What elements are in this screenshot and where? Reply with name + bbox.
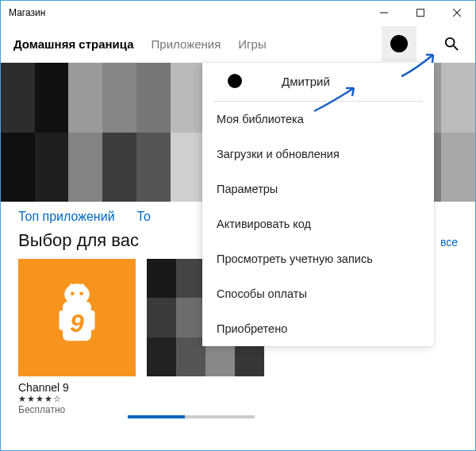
section-tab-partial[interactable]: То	[137, 210, 151, 224]
tab-games[interactable]: Игры	[238, 37, 266, 51]
minimize-button[interactable]	[366, 1, 402, 25]
window-controls	[366, 1, 475, 25]
menu-redeem-code[interactable]: Активировать код	[202, 206, 434, 241]
svg-rect-1	[417, 10, 424, 17]
app-thumbnail: 9	[18, 259, 136, 376]
progress-bar	[128, 415, 255, 418]
svg-point-4	[446, 38, 455, 47]
menu-payment-methods[interactable]: Способы оплаты	[202, 276, 434, 311]
svg-rect-8	[82, 283, 84, 291]
tab-home[interactable]: Домашняя страница	[13, 37, 134, 51]
svg-text:9: 9	[70, 309, 84, 337]
annotation-arrow	[397, 48, 445, 80]
app-card[interactable]: 9 Channel 9 ★★★★☆ Бесплатно	[18, 259, 136, 415]
svg-rect-7	[70, 283, 72, 291]
menu-settings[interactable]: Параметры	[202, 172, 434, 206]
progress-fill	[128, 415, 185, 418]
menu-view-account[interactable]: Просмотреть учетную запись	[202, 241, 434, 276]
titlebar: Магазин	[1, 1, 475, 25]
menu-downloads-updates[interactable]: Загрузки и обновления	[202, 137, 434, 172]
avatar-icon	[228, 74, 242, 88]
maximize-button[interactable]	[402, 1, 439, 25]
section-tab-top-apps[interactable]: Топ приложений	[18, 210, 115, 224]
annotation-arrow	[310, 83, 366, 115]
svg-point-13	[79, 291, 83, 295]
app-rating: ★★★★☆	[18, 394, 136, 404]
close-button[interactable]	[439, 1, 475, 25]
svg-rect-11	[90, 310, 95, 330]
channel9-icon: 9	[49, 282, 105, 353]
app-price: Бесплатно	[18, 404, 136, 415]
search-icon	[444, 37, 459, 51]
window-title: Магазин	[9, 7, 366, 18]
svg-line-5	[454, 46, 458, 50]
svg-point-12	[71, 291, 75, 295]
tab-apps[interactable]: Приложения	[152, 37, 221, 51]
menu-purchased[interactable]: Приобретено	[202, 311, 434, 346]
app-title: Channel 9	[18, 381, 136, 394]
see-all-link[interactable]: все	[440, 236, 458, 249]
svg-rect-10	[60, 310, 65, 330]
